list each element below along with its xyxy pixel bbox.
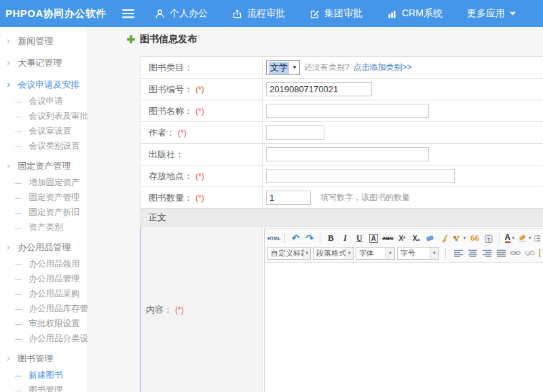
sidebar-item[interactable]: 新闻管理 xyxy=(0,31,88,50)
sidebar-item[interactable]: 会议申请 xyxy=(0,94,88,109)
form-row-location: 存放地点：(*) xyxy=(141,165,543,187)
sidebar-item-label: 办公用品领用 xyxy=(29,259,79,269)
sidebar-item[interactable]: 办公用品管理 xyxy=(0,237,88,256)
italic-button[interactable]: I xyxy=(339,232,351,244)
sidebar-item[interactable]: 办公用品管理 xyxy=(0,271,88,286)
app-window: PHPOA协同办公软件 个人办公 流程审批 集团审批 CRM系统 更多应用 xyxy=(0,0,543,392)
sidebar-item[interactable]: 办公用品分类设置 xyxy=(0,331,88,346)
font-family-select[interactable]: 字体 ▼ xyxy=(356,247,395,260)
broom-icon xyxy=(441,234,449,243)
caret-down-icon: ▼ xyxy=(386,248,394,259)
align-center-icon xyxy=(468,250,477,257)
strikethrough-button[interactable]: ABC xyxy=(381,232,394,244)
remove-link-button[interactable] xyxy=(523,247,536,259)
insert-link-button[interactable] xyxy=(509,247,521,259)
align-justify-button[interactable] xyxy=(495,247,507,259)
caret-down-icon: ▼ xyxy=(462,236,466,240)
marker-pen-icon xyxy=(518,234,527,242)
bar-chart-icon xyxy=(387,9,397,19)
nav-label: 个人办公 xyxy=(170,7,208,20)
auto-typeset-button[interactable]: ▼ xyxy=(453,232,466,244)
book-no-input[interactable] xyxy=(266,82,372,96)
nav-label: 集团审批 xyxy=(324,7,362,20)
sidebar-item[interactable]: 图书管理 xyxy=(0,349,88,368)
caret-down-icon: ▼ xyxy=(303,248,311,259)
font-color-button[interactable]: A ▼ xyxy=(504,232,516,244)
sidebar-item[interactable]: 办公用品领用 xyxy=(0,256,88,271)
paragraph-format-select[interactable]: 段落格式 ▼ xyxy=(313,247,354,260)
author-label: 作者：(*) xyxy=(141,122,263,143)
caret-down-icon: ▼ xyxy=(430,248,438,259)
sidebar-item[interactable]: 图书管理 xyxy=(0,383,88,392)
custom-heading-select[interactable]: 自定义标题 ▼ xyxy=(267,247,311,260)
publisher-input[interactable] xyxy=(266,147,429,161)
sidebar-item[interactable]: 新建图书 xyxy=(0,368,88,383)
sidebar-item-label: 办公用品分类设置 xyxy=(29,334,88,343)
form-row-author: 作者：(*) xyxy=(141,122,543,144)
subscript-button[interactable]: X₂ xyxy=(410,232,422,244)
highlight-color-button[interactable]: ▼ xyxy=(518,232,531,244)
sidebar-item-label: 图书管理 xyxy=(18,353,53,364)
insert-image-button[interactable] xyxy=(538,247,540,259)
font-size-select[interactable]: 字号 ▼ xyxy=(397,247,439,260)
sidebar-item[interactable]: 大事记管理 xyxy=(0,53,88,72)
form-row-quantity: 图书数量：(*) 填写数字，该图书的数量 xyxy=(141,187,543,209)
align-left-button[interactable] xyxy=(452,247,464,259)
sidebar-item[interactable]: 会议列表及审批 xyxy=(0,109,88,123)
hamburger-menu-button[interactable] xyxy=(122,9,134,18)
paste-text-button[interactable]: T xyxy=(483,232,495,244)
author-input[interactable] xyxy=(266,125,324,140)
sidebar-item[interactable]: 资产类别 xyxy=(0,220,88,235)
sidebar-item-label: 会议类别设置 xyxy=(29,141,79,151)
nav-more-apps[interactable]: 更多应用 xyxy=(467,7,516,20)
undo-icon[interactable]: ↶ xyxy=(289,232,301,244)
nav-workflow-approval[interactable]: 流程审批 xyxy=(232,7,285,20)
sidebar-item[interactable]: 固定资产折旧 xyxy=(0,205,88,220)
sidebar-item[interactable]: 会议类别设置 xyxy=(0,138,88,153)
html-source-button[interactable]: HTML xyxy=(267,232,280,244)
sidebar-item-label: 新闻管理 xyxy=(18,36,53,46)
blockquote-button[interactable]: 66 xyxy=(468,232,481,244)
underline-button[interactable]: U xyxy=(353,232,365,244)
form-row-category: 图书类目： 文学 ▼ 还没有类别? 点击添加类别>> xyxy=(141,57,543,79)
main-content: 图书信息发布 图书类目： 文学 ▼ 还没有类别? 点击添加类别>> 图书编号：(… xyxy=(89,27,543,392)
nav-personal-office[interactable]: 个人办公 xyxy=(155,7,208,20)
sidebar-item[interactable]: 办公用品库存管理 xyxy=(0,301,88,316)
book-name-input[interactable] xyxy=(266,104,429,118)
quantity-input[interactable] xyxy=(266,191,311,205)
quantity-label: 图书数量：(*) xyxy=(141,187,263,208)
book-no-label: 图书编号：(*) xyxy=(141,79,263,100)
sidebar-item[interactable]: 增加固定资产 xyxy=(0,175,88,190)
remove-format-button[interactable] xyxy=(424,232,436,244)
sidebar-item-label: 办公用品管理 xyxy=(18,242,71,252)
sidebar-item-label: 审批权限设置 xyxy=(29,319,79,328)
superscript-button[interactable]: X² xyxy=(396,232,408,244)
editor-toolbar: HTML ↶ ↷ B I U A ABC X² X₂ xyxy=(265,229,543,263)
sidebar-item[interactable]: 固定资产管理 xyxy=(0,190,88,205)
nav-crm-system[interactable]: CRM系统 xyxy=(387,7,443,20)
align-right-button[interactable] xyxy=(481,247,493,259)
add-category-link[interactable]: 点击添加类别>> xyxy=(354,62,412,73)
sidebar-item[interactable]: 会议申请及安排 xyxy=(0,75,88,94)
form-row-content: 内容：(*) HTML ↶ ↷ B I U xyxy=(140,227,543,392)
sidebar-item[interactable]: 会议室设置 xyxy=(0,123,88,138)
color-dots-icon xyxy=(453,235,462,241)
location-input[interactable] xyxy=(266,169,455,183)
bold-button[interactable]: B xyxy=(324,232,337,244)
char-border-button[interactable]: A xyxy=(369,234,378,243)
top-nav: 个人办公 流程审批 集团审批 CRM系统 更多应用 xyxy=(155,7,516,20)
form-row-book-no: 图书编号：(*) xyxy=(141,79,543,100)
align-center-button[interactable] xyxy=(466,247,479,259)
image-icon xyxy=(539,249,541,257)
svg-text:T: T xyxy=(487,237,491,241)
nav-group-approval[interactable]: 集团审批 xyxy=(310,7,362,20)
align-left-icon xyxy=(454,250,463,257)
editor-canvas[interactable] xyxy=(265,263,543,392)
format-painter-button[interactable] xyxy=(438,232,451,244)
sidebar-item[interactable]: 固定资产管理 xyxy=(0,156,88,175)
sidebar-item[interactable]: 办公用品采购 xyxy=(0,286,88,301)
sidebar-item[interactable]: 审批权限设置 xyxy=(0,316,88,331)
category-select[interactable]: 文学 ▼ xyxy=(266,60,300,75)
redo-icon[interactable]: ↷ xyxy=(303,232,316,244)
ordered-list-button[interactable]: ▼ xyxy=(533,232,540,244)
